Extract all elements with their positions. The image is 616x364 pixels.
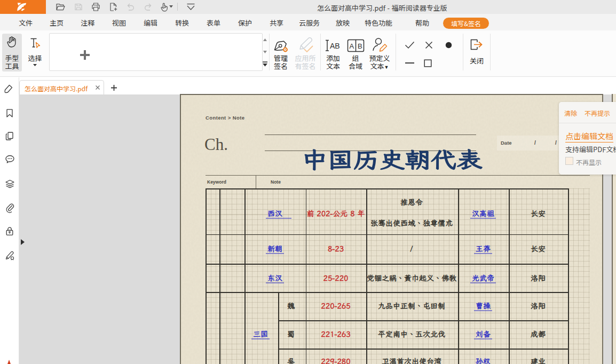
svg-text:AB: AB (330, 42, 340, 50)
svg-text:A: A (350, 42, 354, 50)
svg-text:B: B (358, 42, 362, 50)
